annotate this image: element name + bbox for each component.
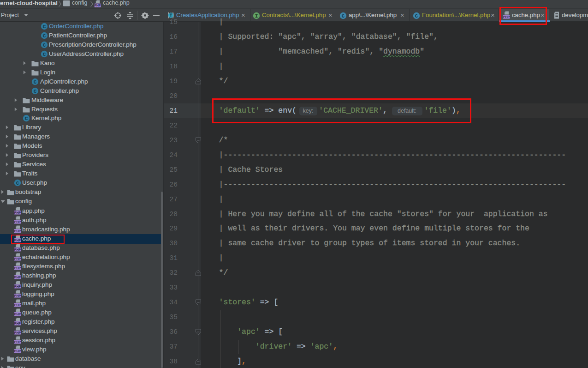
svg-text:PHP: PHP	[14, 257, 21, 261]
svg-text:C: C	[34, 89, 37, 94]
svg-text:C: C	[342, 13, 345, 19]
svg-text:PHP: PHP	[14, 211, 21, 215]
svg-text:C: C	[34, 79, 37, 85]
svg-text:PHP: PHP	[14, 275, 21, 279]
svg-text:PHP: PHP	[14, 321, 21, 326]
svg-text:C: C	[43, 33, 46, 39]
svg-text:PHP: PHP	[14, 284, 21, 289]
svg-text:PHP: PHP	[14, 349, 21, 353]
svg-text:C: C	[43, 24, 46, 30]
svg-text:PHP: PHP	[14, 247, 21, 252]
svg-text:PHP: PHP	[95, 4, 101, 7]
svg-text:C: C	[415, 13, 418, 19]
svg-text:PHP: PHP	[14, 220, 21, 224]
svg-text:C: C	[43, 52, 46, 57]
svg-text:PHP: PHP	[14, 303, 21, 307]
svg-text:PHP: PHP	[14, 340, 21, 344]
svg-text:C: C	[25, 116, 28, 121]
svg-text:C: C	[43, 42, 46, 48]
svg-text:C: C	[16, 181, 19, 186]
svg-text:PHP: PHP	[14, 266, 21, 270]
svg-text:PHP: PHP	[14, 294, 21, 298]
svg-text:PHP: PHP	[14, 312, 21, 316]
svg-text:I: I	[255, 13, 258, 19]
svg-text:PHP: PHP	[14, 229, 21, 233]
svg-text:PHP: PHP	[14, 331, 21, 335]
